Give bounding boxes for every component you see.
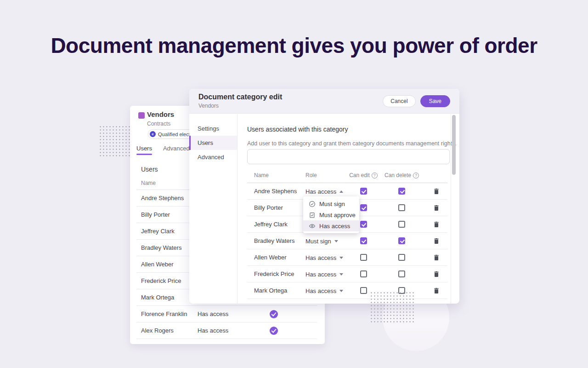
chevron-down-icon [339, 273, 343, 276]
panel-title: Vendors [147, 110, 174, 118]
delete-user-button[interactable] [432, 303, 441, 304]
can-delete-checkbox[interactable] [398, 254, 405, 261]
role-cell: Must sign [305, 237, 349, 245]
user-name: Jeffrey Clark [247, 221, 305, 228]
table-row: Frederick PriceHas access [247, 266, 447, 282]
can-edit-checkbox[interactable] [360, 270, 367, 277]
trash-icon [433, 190, 440, 196]
menu-item-label: Has access [319, 223, 350, 230]
role-select[interactable]: Has access [305, 188, 343, 195]
role-cell: Has access [305, 287, 349, 295]
user-name: Florence Franklin [141, 310, 187, 317]
user-name: Andre Stephens [141, 195, 184, 201]
trash-icon [433, 239, 440, 246]
column-header-role: Role [305, 172, 349, 178]
sidebar-item-advanced[interactable]: Advanced [189, 150, 237, 164]
user-name: Jeffrey Clark [141, 228, 175, 235]
user-name: Frederick Price [247, 270, 305, 277]
role-dropdown: Must sign Must approve Has access [303, 196, 359, 233]
panel-subtitle: Contracts [147, 121, 170, 127]
trash-icon [433, 272, 440, 279]
chevron-up-icon [339, 190, 343, 193]
can-edit-checkbox[interactable] [360, 204, 367, 211]
tab-users[interactable]: Users [136, 145, 152, 152]
delete-user-button[interactable] [432, 286, 441, 295]
can-delete-checkbox[interactable] [398, 270, 405, 277]
menu-item-must-approve[interactable]: Must approve [303, 209, 359, 220]
table-row: Mark OrtegaHas access [247, 282, 447, 299]
table-row: Bradley WatersMust sign [247, 233, 447, 249]
users-section-title: Users [141, 166, 158, 173]
dialog-sidebar: SettingsUsersAdvanced [189, 114, 237, 304]
user-name: Bradley Waters [141, 244, 181, 251]
can-edit-checkbox[interactable] [360, 188, 367, 195]
chevron-down-icon [334, 240, 338, 242]
role-select[interactable]: Has access [305, 254, 343, 261]
user-name: Bradley Waters [247, 237, 305, 244]
role-select[interactable]: Has access [305, 288, 343, 294]
table-row: Florence FranklinHas access [247, 299, 447, 304]
table-row: Alex RogersHas access [136, 322, 317, 339]
table-header: Name Role Can edit Can delete [247, 169, 447, 181]
dialog-subtitle: Vendors [198, 103, 282, 109]
dialog-header: Document category edit Vendors Cancel Sa… [189, 89, 459, 114]
delete-user-button[interactable] [432, 187, 441, 196]
column-header-can-delete: Can delete [384, 172, 411, 178]
dots-decoration-bottom-right [370, 291, 416, 323]
user-name: Allen Weber [247, 254, 305, 261]
menu-item-must-sign[interactable]: Must sign [303, 198, 359, 209]
access-check-icon [270, 327, 278, 335]
page-title: Document management gives you power of o… [0, 33, 588, 58]
page: Document management gives you power of o… [0, 0, 588, 368]
can-delete-checkbox[interactable] [398, 221, 405, 228]
can-edit-checkbox[interactable] [360, 254, 367, 261]
help-icon[interactable] [372, 172, 378, 178]
clipboard-check-icon [309, 212, 316, 218]
scrollbar-thumb[interactable] [452, 115, 456, 175]
role-cell: Has access [305, 187, 349, 196]
user-role: Has access [198, 310, 228, 317]
category-color-icon [138, 112, 145, 119]
column-header-name: Name [141, 180, 156, 186]
delete-user-button[interactable] [432, 220, 441, 229]
user-name: Billy Porter [141, 211, 170, 218]
user-name: Alex Rogers [141, 327, 174, 334]
user-name: Andre Stephens [247, 188, 305, 195]
can-delete-checkbox[interactable] [398, 204, 405, 211]
trash-icon [433, 223, 440, 230]
user-name: Mark Ortega [247, 287, 305, 294]
menu-item-has-access[interactable]: Has access [303, 220, 359, 231]
table-row: Florence FranklinHas access [136, 306, 317, 322]
eye-icon [309, 223, 316, 230]
role-cell: Has access [305, 253, 349, 262]
menu-item-label: Must approve [319, 212, 356, 218]
save-button[interactable]: Save [420, 95, 450, 107]
role-cell: Has access [305, 270, 349, 278]
trash-icon [433, 289, 440, 296]
can-edit-checkbox[interactable] [360, 287, 367, 294]
delete-user-button[interactable] [432, 236, 441, 246]
can-edit-checkbox[interactable] [360, 237, 367, 244]
can-edit-checkbox[interactable] [360, 221, 367, 228]
role-cell: Has access [305, 303, 349, 304]
chevron-down-icon [339, 290, 343, 292]
sidebar-item-users[interactable]: Users [189, 136, 237, 150]
cancel-button[interactable]: Cancel [383, 95, 415, 107]
delete-user-button[interactable] [432, 203, 441, 213]
chevron-down-icon [339, 257, 343, 259]
delete-user-button[interactable] [432, 270, 441, 279]
sidebar-item-settings[interactable]: Settings [189, 121, 237, 136]
trash-icon [433, 206, 440, 213]
delete-user-button[interactable] [432, 253, 441, 262]
can-delete-checkbox[interactable] [398, 188, 405, 195]
section-title: Users associated with this category [247, 126, 348, 133]
add-user-input[interactable] [247, 149, 450, 164]
can-delete-checkbox[interactable] [398, 237, 405, 244]
role-select[interactable]: Must sign [305, 238, 338, 245]
role-select[interactable]: Has access [305, 271, 343, 278]
help-icon[interactable] [413, 172, 419, 178]
column-header-can-edit: Can edit [349, 172, 370, 178]
document-category-edit-dialog: Document category edit Vendors Cancel Sa… [189, 89, 459, 304]
dialog-title: Document category edit [198, 93, 282, 101]
table-row: Allen WeberHas access [247, 249, 447, 266]
